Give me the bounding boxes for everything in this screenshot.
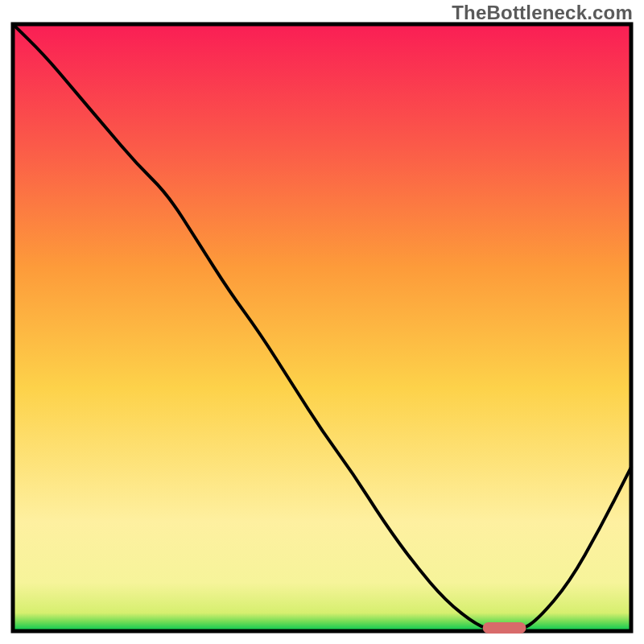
optimal-range-marker — [483, 622, 526, 634]
chart-frame: TheBottleneck.com — [0, 0, 644, 644]
plot-background — [13, 24, 631, 631]
bottleneck-chart — [0, 0, 644, 644]
